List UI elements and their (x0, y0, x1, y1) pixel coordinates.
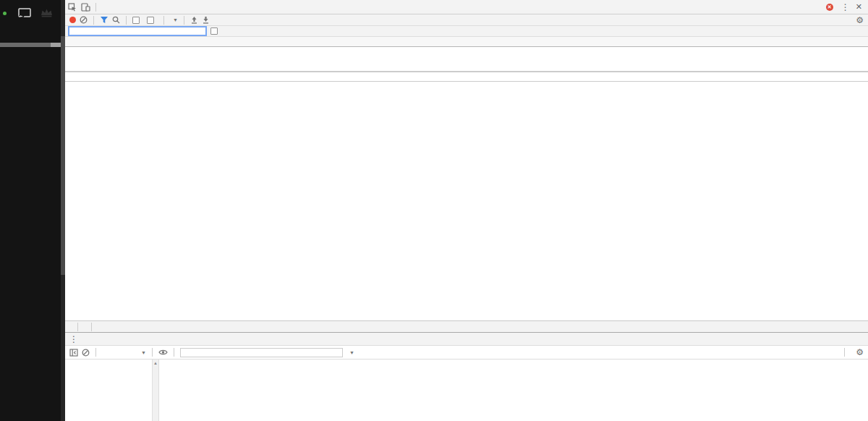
record-button[interactable] (69, 17, 76, 23)
disable-cache-checkbox[interactable] (147, 17, 154, 24)
table-empty-area (65, 82, 868, 132)
export-har-icon[interactable] (202, 16, 210, 24)
cast-icon[interactable] (18, 8, 31, 18)
context-selector[interactable]: ▼ (102, 350, 146, 355)
log-levels-dropdown[interactable]: ▼ (346, 350, 354, 355)
hide-data-urls-checkbox[interactable] (210, 27, 218, 35)
emby-logo (3, 12, 8, 15)
chevron-down-icon: ▼ (173, 17, 178, 22)
app-sidebar (0, 0, 65, 421)
drawer-menu-icon[interactable]: ⋮ (65, 334, 82, 344)
network-toolbar: ▼ ⚙ (65, 14, 868, 26)
network-filter-input[interactable] (69, 27, 206, 35)
emby-logo-dot (3, 12, 7, 15)
console-messages (159, 360, 868, 421)
bottom-nav (0, 399, 65, 421)
devtools-close-icon[interactable]: ✕ (856, 2, 862, 12)
network-summary-bar (65, 320, 868, 332)
devtools-tabbar: ✕ ⋮ ✕ (65, 0, 868, 14)
console-drawer: ⋮ ▼ ▼ ⚙ (65, 332, 868, 421)
network-request-table (65, 72, 868, 320)
clear-icon[interactable] (80, 16, 88, 24)
device-toolbar-icon[interactable] (81, 3, 90, 12)
error-icon: ✕ (826, 4, 833, 11)
network-filterbar (65, 26, 868, 37)
search-icon[interactable] (112, 16, 120, 24)
filter-funnel-icon[interactable] (100, 16, 109, 24)
error-count-badge[interactable]: ✕ (826, 4, 835, 11)
preserve-log-checkbox[interactable] (132, 17, 140, 24)
inspect-element-icon[interactable] (68, 3, 77, 12)
throttling-dropdown[interactable]: ▼ (170, 17, 178, 22)
console-tabbar: ⋮ (65, 333, 868, 346)
table-header-row (65, 72, 868, 82)
premiere-crown-icon[interactable] (41, 8, 53, 17)
chevron-down-icon: ▼ (141, 350, 146, 355)
devtools-panel: ✕ ⋮ ✕ ▼ ⚙ (65, 0, 868, 421)
network-settings-gear-icon[interactable]: ⚙ (856, 15, 864, 25)
console-sidebar-toggle-icon[interactable] (69, 349, 78, 357)
chevron-down-icon: ▼ (349, 350, 354, 355)
console-clear-icon[interactable] (82, 349, 90, 357)
console-settings-gear-icon[interactable]: ⚙ (856, 347, 864, 357)
network-overview-timeline[interactable] (65, 37, 868, 72)
console-sidebar-scrollbar[interactable]: ▲ (152, 360, 158, 421)
devtools-menu-icon[interactable]: ⋮ (841, 2, 850, 12)
console-filter-input[interactable] (180, 348, 343, 357)
console-sidebar: ▲ (65, 360, 159, 421)
console-toolbar: ▼ ▼ ⚙ (65, 346, 868, 360)
import-har-icon[interactable] (190, 16, 198, 24)
horizontal-scrollbar[interactable] (0, 43, 61, 47)
continue-watching-row (1, 51, 64, 96)
eye-icon[interactable] (158, 349, 168, 356)
